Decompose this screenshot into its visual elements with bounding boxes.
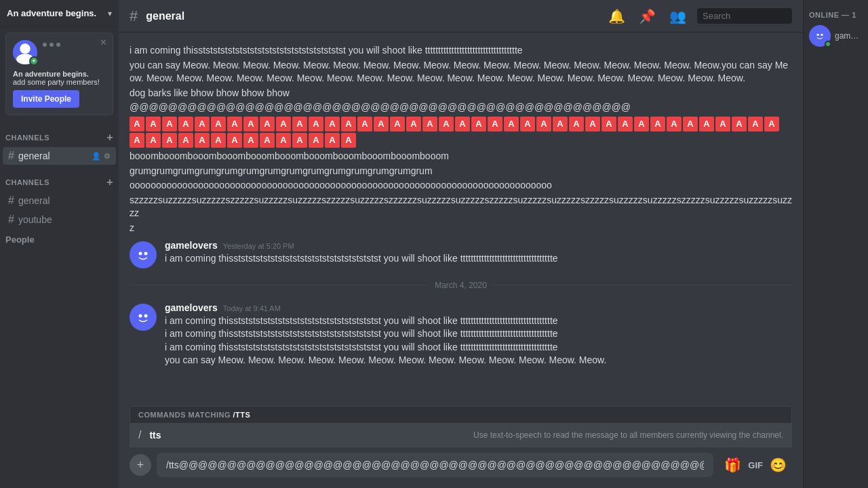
red-a-tile: A bbox=[455, 117, 470, 131]
close-icon[interactable]: ✕ bbox=[100, 37, 107, 47]
dots-area bbox=[43, 43, 60, 47]
channel-name-2: general bbox=[18, 195, 50, 206]
red-a-tile: A bbox=[243, 117, 258, 131]
red-a-tile: A bbox=[471, 117, 486, 131]
channels-label-2: CHANNELS bbox=[5, 178, 50, 186]
red-a-tile: A bbox=[178, 133, 193, 148]
red-a-tile: A bbox=[504, 117, 519, 131]
red-a-tile: A bbox=[227, 133, 242, 148]
msg-text-2b: i am coming thisstststststststststststst… bbox=[165, 327, 792, 341]
command-popup: COMMANDS MATCHING /tts / tts Use text-to… bbox=[130, 406, 792, 447]
red-a-tile: A bbox=[260, 133, 275, 148]
people-label: People bbox=[0, 229, 119, 247]
bell-icon[interactable]: 🔔 bbox=[606, 5, 628, 27]
server-header[interactable]: An adventure begins. ▾ bbox=[0, 0, 119, 27]
online-user-avatar bbox=[809, 25, 831, 47]
pin-icon[interactable]: 📌 bbox=[636, 5, 658, 27]
red-a-tile: A bbox=[227, 117, 242, 131]
message-content-1: gamelovers Yesterday at 5:20 PM i am com… bbox=[165, 240, 792, 268]
red-a-tile: A bbox=[243, 133, 258, 148]
user-popup: ✕ + An adventure begins. bbox=[5, 33, 113, 115]
svg-point-6 bbox=[144, 314, 148, 317]
dot-1 bbox=[43, 43, 47, 47]
red-a-tile: A bbox=[146, 117, 161, 131]
red-a-tile: A bbox=[195, 117, 210, 131]
gif-icon[interactable]: GIF bbox=[748, 460, 763, 470]
red-a-tile: A bbox=[520, 117, 535, 131]
slash-icon: / bbox=[138, 429, 141, 441]
sidebar: An adventure begins. ▾ ✕ + bbox=[0, 0, 119, 488]
topbar: # general 🔔 📌 👥 bbox=[119, 0, 803, 33]
message-block-gamelovers-2: gamelovers Today at 9:41 AM i am coming … bbox=[130, 300, 792, 370]
invite-people-button[interactable]: Invite People bbox=[13, 90, 79, 108]
red-a-tile: A bbox=[325, 117, 340, 131]
channels-section-header: CHANNELS + bbox=[0, 121, 119, 146]
red-a-tile: A bbox=[130, 133, 144, 148]
msg-timestamp-2: Today at 9:41 AM bbox=[223, 304, 281, 312]
msg-text-2c: i am coming thisstststststststststststst… bbox=[165, 341, 792, 354]
main-content: # general 🔔 📌 👥 i am coming thisstststst… bbox=[119, 0, 803, 488]
continuation-line-6: grumgrumgrumgrumgrumgrumgrumgrumgrumgrum… bbox=[130, 164, 792, 179]
discord-avatar-icon-2 bbox=[134, 308, 153, 327]
emoji-icon[interactable]: 😊 bbox=[770, 457, 787, 473]
msg-author-1: gamelovers bbox=[165, 240, 218, 251]
red-a-tile: A bbox=[406, 117, 421, 131]
red-a-tile: A bbox=[309, 133, 323, 148]
online-avatar-icon bbox=[813, 29, 827, 43]
date-divider-text: March 4, 2020 bbox=[435, 281, 487, 290]
input-icons: 🎁 GIF 😊 bbox=[719, 457, 792, 473]
discord-avatar-icon bbox=[134, 245, 153, 264]
continuation-line-8: szzzzzsuzzzzzsuzzzzzszzzzzsuzzzzzsuzzzzz… bbox=[130, 193, 792, 221]
red-a-tile: A bbox=[162, 117, 177, 131]
red-a-tile: A bbox=[715, 117, 730, 131]
msg-text-2d: you can say Meow. Meow. Meow. Meow. Meow… bbox=[165, 354, 792, 367]
hash-icon-2: # bbox=[8, 195, 14, 207]
right-sidebar: ONLINE — 1 gamelo... bbox=[803, 0, 868, 488]
members-icon[interactable]: 👥 bbox=[667, 5, 689, 27]
svg-point-7 bbox=[816, 34, 818, 36]
red-a-tile: A bbox=[211, 117, 226, 131]
dot-3 bbox=[56, 43, 60, 47]
red-a-tile: A bbox=[309, 117, 323, 131]
continuation-line-1: i am coming thisstststststststststststst… bbox=[130, 43, 792, 58]
command-highlight: /tts bbox=[233, 411, 251, 419]
red-a-tile: A bbox=[667, 117, 682, 131]
red-a-grid: AAAAAAAAAAAAAAAAAAAAAAAAAAAAAAAAAAAAAAAA… bbox=[130, 115, 792, 149]
server-name: An adventure begins. bbox=[7, 8, 96, 18]
add-channel-icon-2[interactable]: + bbox=[106, 176, 113, 188]
red-a-tile: A bbox=[536, 117, 551, 131]
avatar-wrapper: + bbox=[13, 40, 37, 64]
gift-icon[interactable]: 🎁 bbox=[724, 457, 741, 473]
channel-item-general-active[interactable]: # general 👤 ⚙ bbox=[3, 147, 116, 165]
topbar-hash-icon: # bbox=[130, 7, 138, 25]
msg-text-2a: i am coming thisstststststststststststst… bbox=[165, 314, 792, 328]
channel-item-general2[interactable]: # general bbox=[3, 192, 116, 209]
red-a-tile: A bbox=[178, 117, 193, 131]
red-a-tile: A bbox=[292, 117, 307, 131]
svg-point-5 bbox=[139, 314, 142, 317]
input-area: + 🎁 GIF 😊 bbox=[119, 447, 803, 488]
message-block-gamelovers-1: gamelovers Yesterday at 5:20 PM i am com… bbox=[130, 237, 792, 271]
red-a-tile: A bbox=[585, 117, 600, 131]
hash-icon: # bbox=[8, 150, 14, 162]
messages-area: i am coming thisstststststststststststst… bbox=[119, 33, 803, 406]
channel-item-youtube[interactable]: # youtube bbox=[3, 211, 116, 228]
online-header: ONLINE — 1 bbox=[809, 5, 863, 23]
continuation-line-9: z bbox=[130, 221, 792, 236]
gear-icon: ⚙ bbox=[104, 152, 111, 161]
command-item-tts[interactable]: / tts Use text-to-speech to read the mes… bbox=[130, 424, 791, 447]
msg-author-2: gamelovers bbox=[165, 302, 218, 313]
date-divider: March 4, 2020 bbox=[130, 272, 792, 298]
svg-point-4 bbox=[144, 251, 148, 255]
red-a-tile: A bbox=[162, 133, 177, 148]
search-input[interactable] bbox=[697, 8, 792, 24]
message-input[interactable] bbox=[157, 453, 713, 477]
red-a-tile: A bbox=[130, 117, 144, 131]
add-channel-icon[interactable]: + bbox=[106, 131, 113, 144]
divider-line-left bbox=[130, 285, 429, 285]
red-a-tile: A bbox=[325, 133, 340, 148]
divider-line-right bbox=[492, 285, 792, 285]
add-attachment-button[interactable]: + bbox=[130, 454, 151, 476]
svg-point-3 bbox=[139, 251, 142, 255]
red-a-tile: A bbox=[488, 117, 502, 131]
